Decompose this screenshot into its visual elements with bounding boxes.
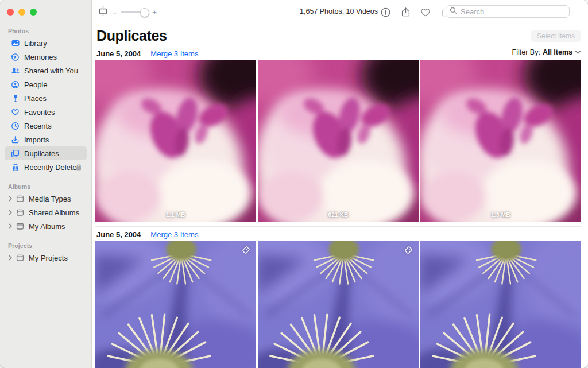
duplicate-group-header: June 5, 2004 Merge 3 Items (96, 228, 581, 240)
sidebar-item-label: Recently Deleted (24, 163, 81, 172)
recents-clock-icon (10, 121, 20, 131)
photo-thumbnail[interactable]: 621 KB (258, 60, 419, 222)
sidebar-item-label: Shared with You (24, 67, 78, 75)
chevron-right-icon[interactable] (8, 223, 14, 230)
info-button[interactable] (378, 5, 393, 20)
memories-icon (10, 52, 20, 62)
chevron-down-icon (575, 50, 581, 55)
main-area: – + 1,657 Photos, 10 Videos (92, 0, 588, 368)
sidebar-item-label: Duplicates (24, 149, 59, 158)
sidebar-item-people[interactable]: People (5, 78, 87, 91)
sidebar-item-label: Recents (24, 122, 52, 130)
chevron-right-icon[interactable] (8, 210, 14, 216)
filter-label: Filter By: (512, 48, 540, 56)
sidebar-item-media-types[interactable]: Media Types (5, 192, 87, 206)
sidebar-item-label: Media Types (29, 195, 71, 203)
group-divider (95, 226, 581, 227)
photos-app-window: Photos Library Memories Shared with You … (0, 0, 588, 368)
minimize-window-button[interactable] (18, 9, 25, 16)
thumbnail-size-icon[interactable] (98, 6, 109, 19)
sidebar-item-label: Imports (24, 135, 49, 144)
library-counts: 1,657 Photos, 10 Videos (300, 7, 378, 16)
photo-thumbnail[interactable] (95, 241, 256, 368)
sidebar-item-memories[interactable]: Memories (5, 50, 87, 64)
places-icon (10, 94, 20, 103)
sidebar: Photos Library Memories Shared with You … (0, 0, 92, 368)
sidebar-item-my-albums[interactable]: My Albums (5, 219, 87, 233)
sidebar-section-projects: Projects (0, 242, 91, 251)
sidebar-item-places[interactable]: Places (5, 91, 87, 105)
imports-icon (10, 135, 20, 145)
lock-icon (75, 163, 82, 173)
file-size-badge: 1.3 MB (420, 212, 581, 218)
thumbnail-zoom-control: – + (98, 6, 157, 19)
zoom-slider[interactable] (121, 11, 148, 13)
sidebar-item-label: Memories (24, 53, 57, 61)
album-icon (15, 222, 25, 231)
sidebar-item-library[interactable]: Library (5, 36, 87, 50)
window-controls (7, 9, 37, 16)
photo-thumbnail[interactable] (420, 241, 581, 368)
tag-icon (403, 245, 413, 255)
sidebar-item-favorites[interactable]: Favorites (5, 105, 87, 119)
search-input[interactable] (459, 7, 566, 17)
sidebar-item-label: Places (24, 94, 47, 103)
duplicates-icon (10, 149, 20, 158)
zoom-window-button[interactable] (30, 9, 37, 16)
shared-with-you-icon (10, 66, 20, 76)
zoom-slider-thumb[interactable] (140, 8, 149, 17)
merge-items-link[interactable]: Merge 3 Items (150, 49, 198, 58)
photo-thumbnail[interactable] (258, 241, 419, 368)
group-date: June 5, 2004 (96, 230, 141, 239)
sidebar-item-label: Shared Albums (29, 208, 79, 217)
sidebar-item-recently-deleted[interactable]: Recently Deleted (5, 160, 87, 174)
chevron-right-icon[interactable] (8, 196, 14, 202)
trash-icon (10, 162, 20, 172)
toolbar: – + 1,657 Photos, 10 Videos (92, 0, 588, 24)
duplicate-photo-row: 1.1 MB 621 KB 1.3 MB (95, 60, 581, 222)
share-button[interactable] (398, 5, 413, 20)
sidebar-item-label: My Albums (29, 222, 65, 231)
file-size-badge: 1.1 MB (95, 212, 256, 218)
duplicates-view: Duplicates Select Items June 5, 2004 Mer… (92, 24, 588, 368)
search-field[interactable] (446, 5, 570, 18)
sidebar-section-albums: Albums (0, 183, 91, 192)
close-window-button[interactable] (7, 9, 14, 16)
project-icon (15, 253, 25, 263)
zoom-out-icon[interactable]: – (113, 9, 117, 16)
tag-icon (241, 245, 251, 255)
group-date: June 5, 2004 (96, 49, 141, 58)
zoom-in-icon[interactable]: + (152, 9, 157, 16)
duplicate-group-header: June 5, 2004 Merge 3 Items Filter By: Al… (96, 48, 581, 59)
photo-thumbnail[interactable]: 1.1 MB (95, 60, 256, 222)
album-icon (15, 194, 25, 204)
filter-value: All Items (543, 48, 572, 56)
sidebar-item-recents[interactable]: Recents (5, 119, 87, 133)
merge-items-link[interactable]: Merge 3 Items (150, 230, 198, 239)
favorite-button[interactable] (418, 5, 433, 20)
shared-album-icon (15, 208, 25, 218)
people-icon (10, 80, 20, 90)
sidebar-item-label: Library (24, 39, 47, 48)
sidebar-item-my-projects[interactable]: My Projects (5, 251, 87, 265)
chevron-right-icon[interactable] (8, 255, 14, 261)
toolbar-buttons (378, 5, 453, 20)
sidebar-item-shared-albums[interactable]: Shared Albums (5, 206, 87, 219)
sidebar-item-shared-with-you[interactable]: Shared with You (5, 64, 87, 78)
sidebar-item-duplicates[interactable]: Duplicates (5, 146, 87, 160)
sidebar-item-label: Favorites (24, 108, 55, 117)
duplicate-photo-row (95, 241, 581, 368)
photo-thumbnail[interactable]: 1.3 MB (420, 60, 581, 222)
sidebar-item-label: People (24, 80, 47, 89)
favorites-heart-icon (10, 107, 20, 117)
select-items-button[interactable]: Select Items (531, 30, 581, 42)
filter-by-dropdown[interactable]: Filter By: All Items (512, 48, 581, 56)
sidebar-section-photos: Photos (0, 28, 91, 36)
sidebar-item-imports[interactable]: Imports (5, 133, 87, 146)
file-size-badge: 621 KB (258, 212, 419, 218)
sidebar-item-label: My Projects (29, 254, 68, 262)
page-title: Duplicates (96, 28, 581, 44)
library-icon (10, 38, 20, 48)
search-icon (450, 6, 457, 17)
